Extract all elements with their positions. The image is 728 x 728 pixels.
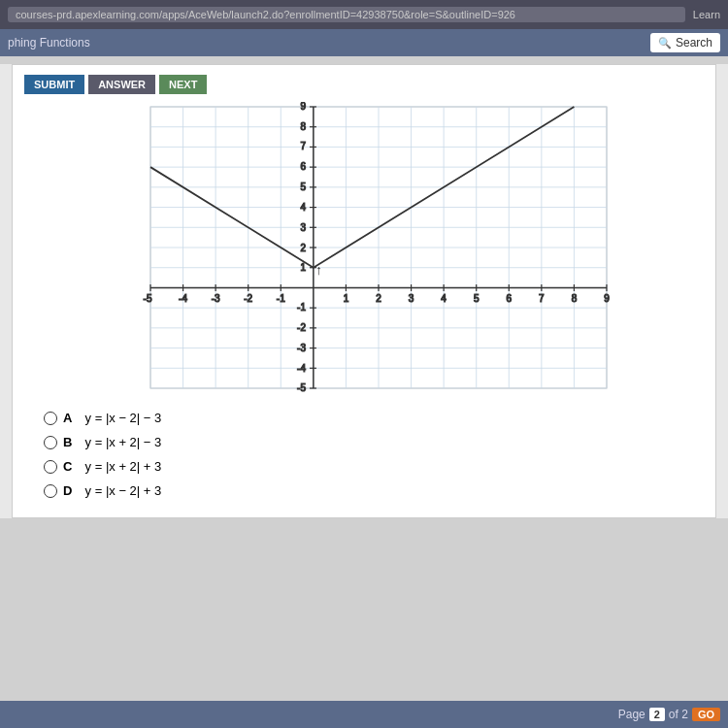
svg-text:-2: -2 — [297, 322, 306, 333]
next-button[interactable]: NEXT — [159, 75, 207, 94]
svg-text:-5: -5 — [297, 382, 306, 393]
page-label: Page — [618, 708, 645, 721]
cursor-icon: ↑ — [315, 262, 322, 278]
svg-text:6: 6 — [507, 293, 513, 304]
choice-label-b: B — [63, 435, 72, 449]
page-total: of 2 — [669, 708, 688, 721]
svg-text:9: 9 — [604, 293, 610, 304]
radio-d[interactable] — [44, 484, 57, 498]
svg-text:4: 4 — [300, 202, 306, 213]
svg-text:-1: -1 — [277, 293, 285, 304]
svg-text:6: 6 — [300, 161, 306, 172]
svg-text:4: 4 — [441, 293, 447, 304]
svg-text:-1: -1 — [297, 302, 306, 313]
svg-text:8: 8 — [572, 293, 578, 304]
search-box[interactable]: 🔍 Search — [650, 33, 720, 52]
url-bar[interactable]: courses-prd.apexlearning.com/apps/AceWeb… — [8, 7, 685, 22]
svg-text:1: 1 — [300, 262, 306, 273]
svg-text:-4: -4 — [297, 363, 306, 374]
learn-label: Learn — [693, 9, 720, 20]
secondary-bar: phing Functions 🔍 Search — [0, 29, 728, 56]
choice-text-b: y = |x + 2| − 3 — [78, 435, 161, 449]
radio-b[interactable] — [44, 436, 57, 449]
search-icon: 🔍 — [658, 37, 672, 50]
svg-text:2: 2 — [376, 293, 381, 304]
svg-text:2: 2 — [300, 243, 306, 253]
choice-label-c: C — [63, 459, 72, 474]
answer-choices: A y = |x − 2| − 3 B y = |x + 2| − 3 C y … — [24, 411, 704, 498]
search-label: Search — [676, 36, 712, 50]
choice-text-a: y = |x − 2| − 3 — [78, 411, 161, 425]
current-page: 2 — [649, 708, 665, 721]
svg-text:-5: -5 — [144, 293, 152, 304]
graph-container: -5 -4 -3 -2 -1 1 — [24, 102, 704, 403]
browser-bar: courses-prd.apexlearning.com/apps/AceWeb… — [0, 0, 728, 29]
content-panel: SUBMIT ANSWER NEXT — [12, 64, 716, 518]
svg-text:8: 8 — [300, 121, 306, 132]
choice-label-a: A — [63, 411, 72, 425]
choice-text-d: y = |x − 2| + 3 — [78, 483, 161, 498]
svg-text:5: 5 — [474, 293, 480, 304]
choice-label-d: D — [63, 483, 72, 498]
graph-svg: -5 -4 -3 -2 -1 1 — [112, 102, 616, 403]
svg-text:3: 3 — [300, 222, 306, 233]
radio-a[interactable] — [44, 412, 57, 425]
answer-button[interactable]: ANSWER — [88, 75, 155, 94]
page-subtitle: phing Functions — [8, 36, 90, 50]
svg-text:3: 3 — [409, 293, 414, 304]
svg-text:7: 7 — [539, 293, 545, 304]
svg-text:-2: -2 — [244, 293, 252, 304]
answer-choice-c[interactable]: C y = |x + 2| + 3 — [44, 459, 704, 474]
answer-choice-a[interactable]: A y = |x − 2| − 3 — [44, 411, 704, 425]
main-content: SUBMIT ANSWER NEXT — [0, 64, 728, 518]
toolbar: SUBMIT ANSWER NEXT — [24, 75, 704, 94]
svg-text:-4: -4 — [179, 293, 187, 304]
svg-text:9: 9 — [300, 102, 306, 112]
svg-text:-3: -3 — [297, 343, 306, 353]
answer-choice-b[interactable]: B y = |x + 2| − 3 — [44, 435, 704, 449]
radio-c[interactable] — [44, 460, 57, 474]
svg-text:-3: -3 — [212, 293, 220, 304]
bottom-bar: Page 2 of 2 GO — [0, 701, 728, 728]
svg-text:1: 1 — [344, 293, 349, 304]
svg-text:7: 7 — [300, 141, 306, 151]
answer-choice-d[interactable]: D y = |x − 2| + 3 — [44, 483, 704, 498]
go-button[interactable]: GO — [692, 708, 720, 721]
submit-button[interactable]: SUBMIT — [24, 75, 84, 94]
choice-text-c: y = |x + 2| + 3 — [78, 459, 161, 474]
svg-text:5: 5 — [300, 182, 306, 192]
